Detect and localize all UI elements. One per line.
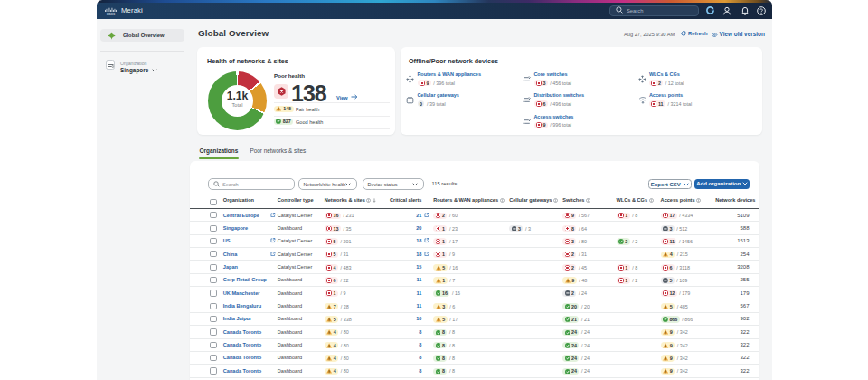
svg-text:CISCO: CISCO: [107, 13, 116, 15]
